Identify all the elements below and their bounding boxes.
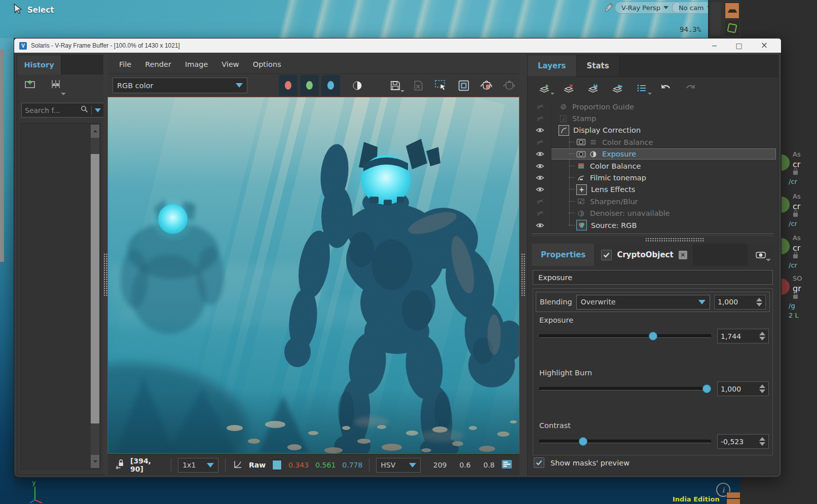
slider-track[interactable] bbox=[539, 440, 711, 443]
slider-value-spinner[interactable]: -0,523 bbox=[717, 434, 769, 449]
menu-render[interactable]: Render bbox=[145, 60, 171, 68]
red-channel-toggle[interactable] bbox=[279, 75, 298, 96]
tab-history[interactable]: History bbox=[17, 55, 61, 74]
perspective-selector[interactable]: V-Ray Persp bbox=[615, 2, 681, 14]
eye-off-icon[interactable] bbox=[529, 136, 551, 148]
close-tab-icon[interactable]: × bbox=[679, 251, 687, 259]
eye-icon[interactable] bbox=[529, 125, 551, 136]
mask-chip-icon[interactable] bbox=[576, 139, 586, 145]
tab-stats[interactable]: Stats bbox=[577, 55, 620, 76]
pencil-icon[interactable] bbox=[603, 2, 614, 15]
pixel-ratio-dropdown[interactable]: 1x1 bbox=[178, 458, 218, 473]
layer-row-denoiser-unavailable[interactable]: Denoiser: unavailable bbox=[529, 208, 777, 219]
half-circle-icon bbox=[352, 81, 362, 91]
add-layer-button[interactable] bbox=[538, 83, 551, 94]
render-image[interactable] bbox=[108, 97, 519, 453]
slider-thumb[interactable] bbox=[649, 332, 657, 340]
region-render-button[interactable] bbox=[433, 77, 449, 94]
minimize-button[interactable]: − bbox=[712, 42, 718, 50]
menu-file[interactable]: File bbox=[119, 60, 131, 68]
redo-button-disabled[interactable] bbox=[684, 83, 697, 94]
color-mode-dropdown[interactable]: HSV bbox=[376, 458, 420, 473]
spiral-tool-icon[interactable] bbox=[726, 21, 738, 35]
render-last-disabled-button[interactable] bbox=[501, 77, 517, 94]
splitter-right[interactable] bbox=[519, 55, 527, 474]
load-layers-button[interactable] bbox=[611, 83, 624, 94]
slider-value-spinner[interactable]: 1,744 bbox=[717, 329, 769, 343]
history-search[interactable]: Search f... bbox=[21, 103, 104, 118]
layer-row-sharpen-blur[interactable]: Sharpen/Blur bbox=[529, 196, 777, 207]
save-to-history-icon[interactable] bbox=[24, 80, 35, 91]
pixel-probe-pin-icon[interactable] bbox=[115, 459, 124, 472]
mask-chip-icon[interactable] bbox=[576, 151, 586, 158]
layer-row-filmic-tonemap[interactable]: Filmic tonemap bbox=[529, 172, 777, 183]
close-button[interactable]: × bbox=[761, 41, 768, 50]
histogram-icon[interactable] bbox=[501, 459, 512, 471]
slider-track[interactable] bbox=[539, 334, 711, 338]
slider-value-spinner[interactable]: 1,000 bbox=[717, 381, 769, 396]
viewport-zoom-label: 94.3% bbox=[680, 25, 701, 33]
history-scrollbar[interactable] bbox=[91, 125, 99, 468]
color-curve-icon[interactable] bbox=[233, 460, 242, 471]
mask-selector-button[interactable] bbox=[748, 244, 774, 266]
blending-amount-spinner[interactable]: 1,000 bbox=[714, 295, 766, 309]
tab-layers[interactable]: Layers bbox=[528, 55, 577, 76]
mono-channel-toggle[interactable] bbox=[348, 75, 366, 96]
layer-name-field[interactable]: Exposure bbox=[533, 270, 773, 285]
render-last-button[interactable] bbox=[478, 77, 495, 94]
slider-track[interactable] bbox=[539, 387, 711, 391]
maximize-button[interactable]: □ bbox=[736, 42, 742, 50]
layer-row-lens-effects[interactable]: Lens Effects bbox=[529, 184, 777, 196]
layer-row-source-rgb[interactable]: Source: RGB bbox=[529, 219, 777, 231]
houdini-viewport-top[interactable]: Select V-Ray Persp No cam 94.3% bbox=[0, 0, 708, 38]
layer-row-exposure[interactable]: Exposure bbox=[529, 148, 777, 160]
splitter-left[interactable] bbox=[103, 55, 108, 474]
blue-channel-toggle[interactable] bbox=[321, 75, 340, 96]
scroll-down-button[interactable] bbox=[91, 455, 99, 468]
panel-splitter-handle[interactable] bbox=[645, 238, 704, 243]
menu-image[interactable]: Image bbox=[185, 60, 208, 68]
save-image-button[interactable] bbox=[387, 77, 403, 94]
blending-dropdown[interactable]: Overwrite bbox=[576, 295, 710, 309]
tab-cryptoobject[interactable]: CryptoObject × bbox=[595, 244, 693, 266]
delete-layer-button[interactable] bbox=[562, 83, 575, 94]
search-filter-dropdown-icon[interactable] bbox=[95, 108, 101, 112]
menu-options[interactable]: Options bbox=[253, 60, 281, 68]
tab-properties[interactable]: Properties bbox=[532, 244, 595, 266]
eye-off-icon[interactable] bbox=[529, 208, 551, 219]
eye-off-icon[interactable] bbox=[529, 112, 551, 124]
save-layers-button[interactable] bbox=[586, 83, 600, 94]
save-channels-button-disabled[interactable] bbox=[410, 77, 426, 94]
show-masks-checkbox[interactable] bbox=[534, 457, 544, 468]
titlebar[interactable]: V Solaris - V-Ray Frame Buffer - [100.0%… bbox=[14, 38, 781, 53]
slider-thumb[interactable] bbox=[702, 384, 711, 393]
eye-icon[interactable] bbox=[529, 148, 551, 160]
layer-row-display-correction[interactable]: Display Correction bbox=[529, 125, 777, 136]
ground-plane-icon[interactable] bbox=[725, 3, 739, 19]
eye-off-icon[interactable] bbox=[529, 196, 551, 207]
scroll-up-button[interactable] bbox=[91, 125, 99, 138]
show-masks-label: Show masks' preview bbox=[550, 459, 629, 467]
history-list[interactable] bbox=[20, 123, 101, 470]
menu-view[interactable]: View bbox=[221, 60, 239, 68]
eye-icon[interactable] bbox=[529, 219, 551, 231]
ab-compare-icon[interactable]: AB bbox=[50, 80, 62, 91]
layer-row-proportion-guide[interactable]: Proportion Guide bbox=[529, 101, 777, 112]
eye-icon[interactable] bbox=[529, 160, 551, 172]
channel-selector[interactable]: RGB color bbox=[113, 77, 247, 93]
layer-row-stamp[interactable]: iStamp bbox=[529, 112, 777, 124]
scrollbar-thumb[interactable] bbox=[91, 154, 99, 423]
shelf-tool-icon[interactable] bbox=[726, 492, 740, 504]
undo-button[interactable] bbox=[659, 83, 673, 94]
layer-enabled-checkbox[interactable] bbox=[601, 250, 612, 260]
eye-icon[interactable] bbox=[529, 172, 551, 183]
layers-list-menu-button[interactable] bbox=[635, 83, 648, 94]
chevron-down-icon[interactable] bbox=[61, 93, 66, 98]
green-channel-toggle[interactable] bbox=[300, 75, 319, 96]
eye-icon[interactable] bbox=[529, 184, 551, 196]
slider-thumb[interactable] bbox=[579, 437, 587, 446]
eye-off-icon[interactable] bbox=[529, 101, 551, 112]
layer-row-color-balance[interactable]: Color Balance bbox=[529, 160, 777, 172]
show-corrections-button[interactable] bbox=[456, 77, 472, 94]
layer-row-color-balance[interactable]: Color Balance bbox=[529, 136, 777, 148]
